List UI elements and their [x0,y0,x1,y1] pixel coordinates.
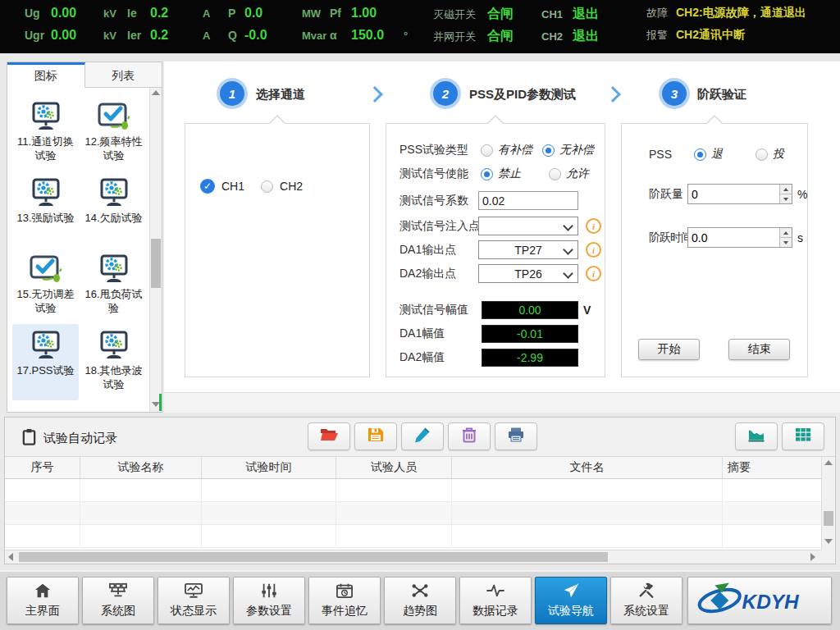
spin-down-icon[interactable] [779,238,792,247]
da2-out-select[interactable]: TP26 [478,264,578,283]
ch2-radio[interactable] [261,180,273,193]
open-record-button[interactable] [308,422,350,450]
sidebar-item-other-recording-test[interactable]: 18.其他录波试验 [80,324,147,400]
chart-view-button[interactable] [735,422,778,450]
column-header-index[interactable]: 序号 [5,457,80,478]
spin-down-icon[interactable] [779,194,792,203]
da1-out-select[interactable]: TP27 [478,240,578,259]
nav-parameter-settings-button[interactable]: 参数设置 [233,577,305,624]
step-time-stepper[interactable] [687,227,792,248]
start-button[interactable]: 开始 [638,339,700,360]
info-icon[interactable]: i [586,242,601,258]
scrollbar-thumb[interactable] [824,511,833,526]
step-time-label: 阶跃时间 [649,231,687,245]
logo-text: KDYH [742,591,800,613]
spin-up-icon[interactable] [779,185,792,194]
sidebar-scrollbar[interactable] [149,88,162,412]
scroll-up-icon[interactable] [824,460,832,468]
switch-row: 并网开关合闸 [433,28,520,47]
chevron-down-icon [563,244,573,255]
records-table-header: 序号 试验名称 试验时间 试验人员 文件名 摘要 [5,457,821,479]
sidebar-item-channel-switch-test[interactable]: 11.通道切换试验 [12,95,79,171]
signal-coef-input[interactable] [478,191,578,210]
records-horizontal-scrollbar[interactable] [5,550,821,564]
end-button[interactable]: 结束 [728,339,790,360]
allow-radio[interactable] [549,168,561,180]
sidebar-item-underexcitation-test[interactable]: 14.欠励试验 [80,171,147,248]
column-header-filename[interactable]: 文件名 [452,457,723,478]
table-row[interactable] [5,525,821,548]
info-icon[interactable]: i [586,218,601,234]
scroll-left-icon[interactable] [8,553,16,560]
home-icon [33,582,52,601]
column-header-summary[interactable]: 摘要 [723,457,821,478]
step-time-input[interactable] [688,228,777,247]
scrollbar-thumb[interactable] [19,552,608,562]
splitter-handle[interactable] [159,394,162,411]
with-compensation-radio[interactable] [481,144,493,157]
ch1-radio-checked[interactable]: ✓ [200,179,215,194]
sliders-icon [259,582,279,601]
info-icon[interactable]: i [586,266,601,281]
column-header-name[interactable]: 试验名称 [80,457,202,478]
tab-list[interactable]: 列表 [85,62,162,88]
sidebar-item-pss-test[interactable]: 17.PSS试验 [12,324,79,400]
scroll-up-icon[interactable] [152,90,159,98]
nav-system-diagram-button[interactable]: 系统图 [82,577,154,624]
table-row[interactable] [5,479,821,502]
nav-label: 事件追忆 [322,604,368,619]
inject-point-select[interactable] [478,217,578,235]
column-header-time[interactable]: 试验时间 [202,457,336,478]
table-view-button[interactable] [782,422,824,450]
column-header-operator[interactable]: 试验人员 [336,457,452,478]
records-vertical-scrollbar[interactable] [821,457,835,550]
step-amount-input[interactable] [688,185,777,203]
trend-nodes-icon [410,582,430,601]
da2-out-row: DA2输出点 TP26 i [399,264,601,283]
table-row[interactable] [5,502,821,525]
metric-label: Ug [25,7,51,20]
signal-enable-row: 测试信号使能 禁止 允许 [399,166,589,182]
metric-row: Ie0.2A [127,6,210,25]
sidebar-tabs: 图标 列表 [7,62,162,88]
metric-value: 0.00 [51,6,95,21]
without-compensation-radio[interactable] [542,144,555,157]
save-record-button[interactable] [354,422,397,450]
pf-alpha-group: Pf1.00 α150.0° [330,6,408,47]
tab-icons[interactable]: 图标 [7,62,85,88]
delete-record-button[interactable] [448,422,491,450]
pss-pid-panel: PSS试验类型 有补偿 无补偿 测试信号使能 禁止 允许 测试信号系数 测试信号… [386,123,605,377]
pss-in-radio[interactable] [756,148,768,161]
inject-point-label: 测试信号注入点 [399,219,478,234]
sidebar-item-reactive-droop-test[interactable]: 15.无功调差试验 [12,248,79,324]
nav-event-recall-button[interactable]: 事件追忆 [308,577,381,624]
spin-up-icon[interactable] [779,228,792,238]
monitor-gear-icon [28,100,64,133]
monitor-gear-icon [96,176,132,209]
scrollbar-thumb[interactable] [151,239,161,288]
nav-main-screen-button[interactable]: 主界面 [7,577,79,624]
nav-data-record-button[interactable]: 数据记录 [459,577,532,624]
nav-status-display-button[interactable]: 状态显示 [158,577,230,624]
nav-test-navigation-button[interactable]: 试验导航 [535,577,607,624]
test-sidebar: 图标 列表 11.通道切换试验 12.频率特性试验 13.强励试验 14.欠励试… [7,62,162,413]
brand-logo[interactable]: KDYH [687,577,832,624]
nav-label: 状态显示 [171,604,217,619]
scroll-right-icon[interactable] [810,553,818,560]
sidebar-item-overexcitation-test[interactable]: 13.强励试验 [12,171,79,248]
edit-record-button[interactable] [401,422,444,450]
scroll-down-icon[interactable] [152,402,159,409]
pss-switch-row: PSS 退 投 [649,146,784,162]
sidebar-item-load-rejection-test[interactable]: 16.甩负荷试验 [80,248,147,324]
pss-out-radio[interactable] [694,148,706,161]
scroll-down-icon[interactable] [824,539,832,546]
nav-trend-chart-button[interactable]: 趋势图 [384,577,456,624]
step-amount-stepper[interactable] [687,184,792,204]
sidebar-item-frequency-test[interactable]: 12.频率特性试验 [80,95,147,171]
metric-value: 1.00 [351,6,395,21]
nav-system-settings-button[interactable]: 系统设置 [610,577,682,624]
metric-unit: ° [404,30,408,42]
print-record-button[interactable] [495,422,537,450]
disable-radio[interactable] [481,168,493,180]
metric-label: Ier [127,29,150,42]
